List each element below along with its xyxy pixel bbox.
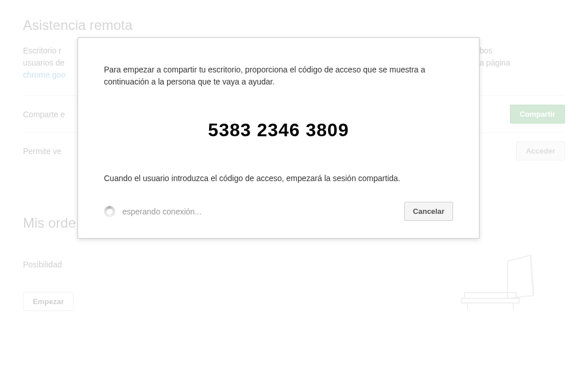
access-code-display: 5383 2346 3809	[104, 120, 453, 141]
dialog-instruction: Para empezar a compartir tu escritorio, …	[104, 64, 453, 88]
access-code-dialog: Para empezar a compartir tu escritorio, …	[78, 37, 479, 239]
loading-spinner-icon	[104, 206, 115, 217]
cancel-button[interactable]: Cancelar	[404, 202, 453, 221]
dialog-footer: esperando conexión... Cancelar	[104, 202, 453, 221]
modal-overlay: Para empezar a compartir tu escritorio, …	[0, 0, 588, 376]
connection-status: esperando conexión...	[104, 206, 202, 217]
status-text: esperando conexión...	[122, 207, 202, 216]
dialog-info: Cuando el usuario introduzca el código d…	[104, 172, 453, 185]
